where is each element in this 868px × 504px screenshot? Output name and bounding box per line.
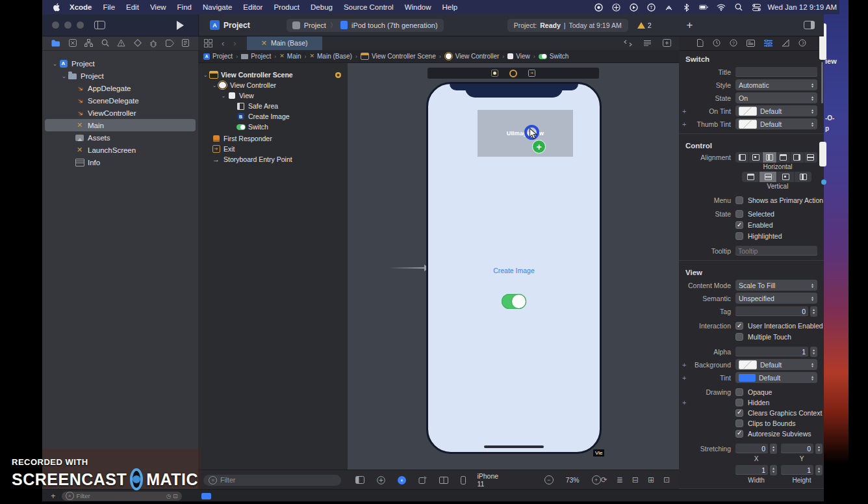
zoom-in-button[interactable]: + [592, 475, 601, 484]
forward-button[interactable]: › [233, 38, 236, 48]
editor-tab-main-base[interactable]: ✕ Main (Base) [247, 36, 322, 50]
file-row-main-selected[interactable]: ✕ Main [45, 119, 196, 131]
shows-as-primary-action-checkbox[interactable] [735, 196, 743, 204]
align-left-segment[interactable] [735, 152, 749, 163]
selected-checkbox[interactable] [735, 210, 743, 218]
user-interaction-enabled-checkbox[interactable] [735, 322, 743, 330]
inspector-toggle-icon[interactable] [804, 21, 815, 29]
adjust-editor-options-icon[interactable] [643, 40, 652, 47]
background-select[interactable]: Default▲▼ [735, 359, 817, 370]
outline-row-exit[interactable]: ➔ Exit [198, 144, 348, 154]
report-navigator-icon[interactable] [182, 39, 189, 47]
file-row-info[interactable]: Info [45, 156, 196, 168]
valign-fill-segment[interactable] [795, 172, 811, 182]
opaque-checkbox[interactable] [735, 388, 743, 396]
apple-menu-icon[interactable] [53, 3, 60, 12]
scheme-device[interactable]: iPod touch (7th generation) [351, 21, 438, 29]
add-constraints-icon[interactable]: ⊞ [648, 475, 654, 484]
menu-item-find[interactable]: Find [177, 3, 192, 11]
tint-select[interactable]: Default▲▼ [735, 372, 817, 383]
warning-badge[interactable]: 2 [637, 21, 652, 29]
wifi-icon[interactable] [717, 3, 726, 12]
stretch-y-stepper[interactable]: ▲▼ [815, 444, 823, 454]
file-row-project-group[interactable]: ⌄ Project [45, 70, 196, 82]
highlighted-checkbox[interactable] [735, 232, 743, 240]
breadcrumb-main-base[interactable]: ✕Main (Base) [309, 53, 351, 60]
outline-row-view-controller[interactable]: ⌄ View Controller [198, 80, 348, 90]
control-center-icon[interactable] [752, 3, 761, 12]
close-window-button[interactable] [52, 21, 59, 29]
valign-center-segment-selected[interactable] [760, 172, 777, 182]
add-variation-icon[interactable]: + [682, 374, 686, 382]
resolve-layout-icon[interactable]: ⊡ [663, 475, 670, 484]
size-inspector-icon[interactable] [782, 39, 789, 47]
file-row-assets[interactable]: Assets [45, 131, 196, 144]
screen-mirroring-icon[interactable] [611, 3, 620, 12]
orientation-icon-selected[interactable]: ◐ [398, 476, 406, 484]
valign-bottom-segment[interactable] [777, 172, 795, 182]
horizontal-alignment-segmented[interactable] [735, 152, 817, 163]
rotate-device-icon[interactable] [418, 476, 427, 484]
minimize-window-button[interactable] [64, 21, 71, 29]
filter-recent-icon[interactable]: ◷ ⊡ [166, 493, 178, 499]
align-top-text-segment[interactable] [777, 152, 791, 163]
disclosure-triangle-icon[interactable]: ⌄ [60, 73, 68, 79]
stretch-x-field[interactable] [735, 444, 768, 453]
connections-inspector-icon[interactable] [798, 39, 806, 47]
state-select[interactable]: On▲▼ [735, 92, 817, 103]
menu-item-file[interactable]: File [103, 3, 116, 11]
zoom-level[interactable]: 73% [566, 476, 580, 484]
outline-row-scene[interactable]: ⌄ View Controller Scene [198, 70, 348, 80]
file-row-scenedelegate[interactable]: SceneDelegate [45, 94, 196, 107]
time-machine-icon[interactable]: T [646, 3, 656, 12]
test-navigator-icon[interactable] [134, 39, 142, 47]
play-status-icon[interactable] [629, 3, 638, 12]
interface-builder-canvas[interactable]: ➔ UIImageView + Create Image Vie [348, 63, 679, 470]
alpha-stepper[interactable]: ▲▼ [810, 347, 817, 357]
outline-row-switch[interactable]: Switch [198, 122, 348, 132]
breadcrumb-scene[interactable]: View Controller Scene [361, 53, 436, 60]
disclosure-triangle-icon[interactable]: ⌄ [220, 93, 227, 99]
switch-control[interactable] [502, 294, 526, 309]
breadcrumb-view-controller[interactable]: View Controller [444, 52, 500, 60]
add-editor-icon[interactable] [663, 39, 671, 47]
content-mode-select[interactable]: Scale To Fill▲▼ [735, 280, 817, 291]
bluetooth-icon[interactable] [682, 3, 691, 12]
document-outline-toggle-button[interactable] [201, 493, 211, 499]
outline-row-entry-point[interactable]: → Storyboard Entry Point [198, 154, 348, 165]
stretch-width-field[interactable] [735, 465, 768, 475]
create-image-button[interactable]: Create Image [428, 267, 600, 274]
library-add-button[interactable]: + [686, 19, 693, 32]
network-icon[interactable] [664, 3, 673, 12]
stretch-height-stepper[interactable]: ▲▼ [815, 465, 823, 475]
exit-header-icon[interactable]: ➔ [528, 70, 535, 77]
align-icon[interactable]: ⊟ [632, 475, 639, 484]
scene-header-bar[interactable]: ➔ [428, 68, 599, 79]
menu-item-source-control[interactable]: Source Control [344, 3, 394, 11]
outline-row-first-responder[interactable]: First Responder [198, 133, 348, 144]
view-controller-header-icon[interactable] [491, 70, 498, 77]
outline-filter-field[interactable]: ≡ Filter [203, 475, 341, 486]
multiple-touch-checkbox[interactable] [735, 333, 743, 341]
enabled-checkbox[interactable] [735, 221, 743, 229]
add-file-button[interactable]: + [51, 491, 56, 501]
outline-row-create-image[interactable]: B Create Image [198, 111, 348, 122]
semantic-select[interactable]: Unspecified▲▼ [735, 293, 817, 304]
file-inspector-icon[interactable] [697, 39, 704, 47]
inspector-scrollbar[interactable] [821, 62, 823, 103]
scheme-target[interactable]: Project [304, 21, 326, 29]
add-variation-icon[interactable]: + [682, 399, 686, 406]
navigator-toggle-icon[interactable] [94, 21, 105, 29]
menu-item-window[interactable]: Window [405, 3, 431, 11]
disclosure-triangle-icon[interactable]: ⌄ [51, 60, 58, 67]
split-view-icon[interactable] [439, 477, 448, 484]
canvas-device-name[interactable]: iPhone 11 [477, 472, 506, 488]
add-variation-icon[interactable]: + [682, 120, 686, 128]
tag-field[interactable] [735, 306, 808, 316]
code-review-icon[interactable] [624, 40, 632, 47]
style-select[interactable]: Automatic▲▼ [735, 79, 817, 90]
file-row-appdelegate[interactable]: AppDelegate [45, 82, 196, 94]
stretch-height-field[interactable] [781, 465, 813, 475]
stretch-width-stepper[interactable]: ▲▼ [770, 465, 777, 475]
scheme-selector[interactable]: Project 〉 iPod touch (7th generation) [287, 19, 444, 32]
